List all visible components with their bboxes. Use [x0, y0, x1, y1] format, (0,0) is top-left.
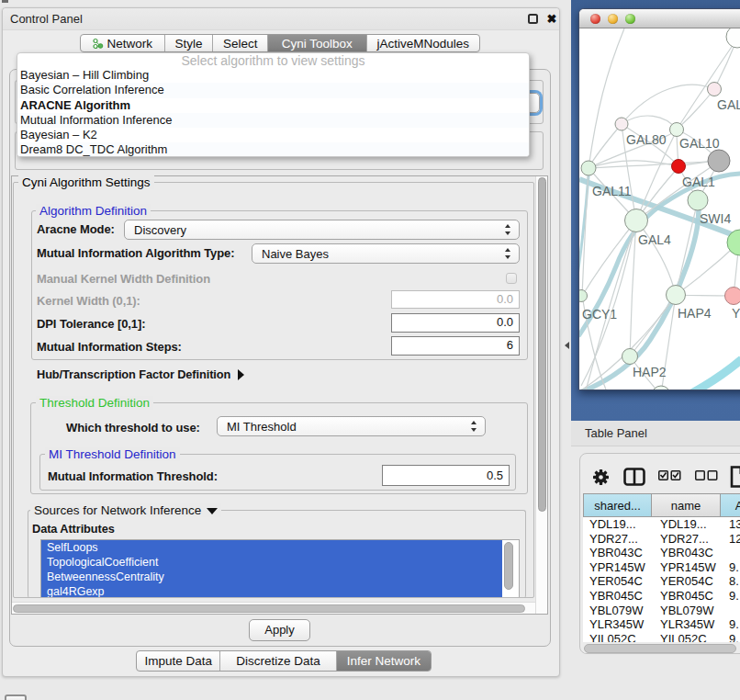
algorithm-option[interactable]: Bayesian – Hill Climbing: [17, 68, 529, 83]
table-row[interactable]: YBR045C YBR045C 9.: [583, 589, 740, 604]
tab-network-label: Network: [107, 37, 153, 51]
table-browser-panel: shared... name A YDL19... YDL19... 13 YD…: [579, 453, 740, 654]
tab-network[interactable]: Network: [81, 35, 165, 51]
table-hscrollbar-thumb[interactable]: [584, 644, 736, 653]
apply-button[interactable]: Apply: [249, 619, 310, 641]
dpi-tolerance-label: DPI Tolerance [0,1]:: [37, 317, 145, 332]
table-panel-title: Table Panel: [585, 421, 647, 446]
tab-infer-network[interactable]: Infer Network: [337, 651, 431, 671]
hub-definition-expander[interactable]: Hub/Transcription Factor Definition: [37, 366, 244, 382]
dpi-tolerance-field[interactable]: 0.0: [391, 313, 520, 333]
network-view-window: GAL GAL80 GAL10 GAL1 GAL11 SWI4 GAL4 GCY…: [578, 8, 740, 390]
mi-threshold-label: Mutual Information Threshold:: [48, 469, 218, 484]
kernel-width-field[interactable]: 0.0: [391, 290, 520, 309]
hide-panel-button[interactable]: [5, 694, 27, 700]
close-icon[interactable]: ✖: [544, 8, 559, 30]
cell: YDL19...: [583, 517, 652, 532]
algorithm-definition-group: Algorithm Definition Aracne Mode: Discov…: [31, 210, 528, 360]
cell: 13: [722, 517, 740, 532]
control-panel-title: Control Panel: [10, 8, 83, 30]
algorithm-option[interactable]: Mutual Information Inference: [17, 113, 529, 128]
table-hscrollbar-track[interactable]: [583, 642, 740, 654]
tab-discretize-data[interactable]: Discretize Data: [220, 651, 336, 671]
unchecked-columns-icon[interactable]: [695, 470, 719, 480]
gear-icon[interactable]: [593, 469, 609, 485]
cell: YPR145W: [652, 560, 722, 575]
mi-threshold-value: 0.5: [487, 469, 503, 482]
sources-group: Sources for Network Inference Data Attri…: [28, 510, 526, 598]
which-threshold-value: MI Threshold: [227, 417, 297, 436]
table-body: YDL19... YDL19... 13 YDR27... YDR27... 1…: [583, 517, 740, 646]
table-row[interactable]: YBR043C YBR043C: [583, 546, 740, 560]
tab-select[interactable]: Select: [213, 35, 268, 51]
cell: YLR345W: [583, 617, 652, 632]
tab-cyni-toolbox[interactable]: Cyni Toolbox: [268, 35, 367, 51]
bottom-tabbar: Impute Data Discretize Data Infer Networ…: [136, 650, 432, 672]
split-columns-icon[interactable]: [623, 468, 645, 486]
aracne-mode-combo[interactable]: Discovery: [124, 220, 520, 240]
mi-steps-label: Mutual Information Steps:: [37, 340, 182, 355]
cell: YBR045C: [583, 589, 652, 604]
vscrollbar-thumb[interactable]: [538, 177, 546, 512]
node-label: GAL1: [682, 175, 715, 189]
zoom-traffic-light-icon[interactable]: [625, 14, 635, 24]
data-attributes-label: Data Attributes: [32, 522, 115, 536]
hscrollbar-thumb[interactable]: [13, 604, 525, 613]
threshold-definition-title: Threshold Definition: [36, 396, 153, 410]
which-threshold-combo[interactable]: MI Threshold: [217, 416, 486, 436]
cell: YBL079W: [583, 604, 652, 618]
tab-jactivemnodules[interactable]: jActiveMNodules: [367, 35, 479, 51]
tab-infer-network-label: Infer Network: [347, 654, 420, 668]
mi-type-combo[interactable]: Naive Bayes: [252, 243, 520, 264]
close-traffic-light-icon[interactable]: [590, 14, 600, 24]
tab-impute-data-label: Impute Data: [144, 654, 212, 668]
hscrollbar-track[interactable]: [12, 602, 535, 614]
algorithm-option[interactable]: Basic Correlation Inference: [17, 83, 529, 97]
mi-type-value: Naive Bayes: [262, 244, 329, 264]
algorithm-option[interactable]: Bayesian – K2: [17, 128, 529, 142]
algorithm-option[interactable]: Dream8 DC_TDC Algorithm: [17, 142, 529, 157]
column-header-name[interactable]: name: [651, 493, 721, 517]
table-row[interactable]: YPR145W YPR145W 9.: [583, 560, 740, 575]
mi-steps-field[interactable]: 6: [391, 336, 520, 356]
table-row[interactable]: YLR345W YLR345W 9.: [583, 617, 740, 632]
mi-threshold-field[interactable]: 0.5: [382, 465, 510, 486]
column-header-partial[interactable]: A: [720, 493, 740, 517]
manual-kernel-checkbox[interactable]: [506, 273, 517, 284]
aracne-mode-value: Discovery: [134, 220, 186, 240]
mi-threshold-title: MI Threshold Definition: [45, 447, 180, 461]
control-panel-titlebar: Control Panel ✖: [3, 8, 559, 30]
file-icon[interactable]: [730, 466, 740, 488]
teal-edges: [579, 174, 740, 390]
tab-style[interactable]: Style: [165, 35, 214, 51]
dpi-tolerance-value: 0.0: [497, 315, 513, 329]
list-item[interactable]: TopologicalCoefficient: [41, 555, 502, 570]
cell: 9.: [722, 560, 740, 575]
algorithm-option-highlighted[interactable]: ARACNE Algorithm: [17, 98, 529, 113]
tab-select-label: Select: [223, 37, 258, 51]
sources-title: Sources for Network Inference: [30, 503, 221, 517]
table-row[interactable]: YER054C YER054C 8.: [583, 574, 740, 589]
table-row[interactable]: YDR27... YDR27... 12: [583, 532, 740, 547]
column-header-shared-name[interactable]: shared...: [583, 493, 652, 517]
cell: YBR045C: [652, 589, 722, 604]
float-window-icon[interactable]: [528, 14, 538, 24]
vscrollbar-track[interactable]: [535, 176, 547, 614]
table-row[interactable]: YBL079W YBL079W: [583, 604, 740, 618]
combo-arrows-icon: [505, 248, 511, 259]
collapse-down-icon: [207, 508, 218, 514]
split-divider-collapse-icon[interactable]: [565, 342, 569, 349]
list-vscrollbar-thumb[interactable]: [504, 542, 513, 590]
tab-impute-data[interactable]: Impute Data: [137, 651, 220, 671]
cell: YBR043C: [583, 546, 652, 560]
network-canvas[interactable]: GAL GAL80 GAL10 GAL1 GAL11 SWI4 GAL4 GCY…: [579, 28, 740, 390]
list-item[interactable]: SelfLoops: [41, 540, 502, 555]
cell: [722, 546, 740, 560]
list-item[interactable]: gal4RGexp: [41, 584, 502, 597]
list-item[interactable]: BetweennessCentrality: [41, 570, 502, 584]
tab-cyni-toolbox-label: Cyni Toolbox: [282, 37, 353, 51]
tab-jactivemnodules-label: jActiveMNodules: [377, 37, 470, 51]
checked-columns-icon[interactable]: [658, 470, 682, 480]
table-row[interactable]: YDL19... YDL19... 13: [583, 517, 740, 532]
minimize-traffic-light-icon[interactable]: [608, 14, 618, 24]
